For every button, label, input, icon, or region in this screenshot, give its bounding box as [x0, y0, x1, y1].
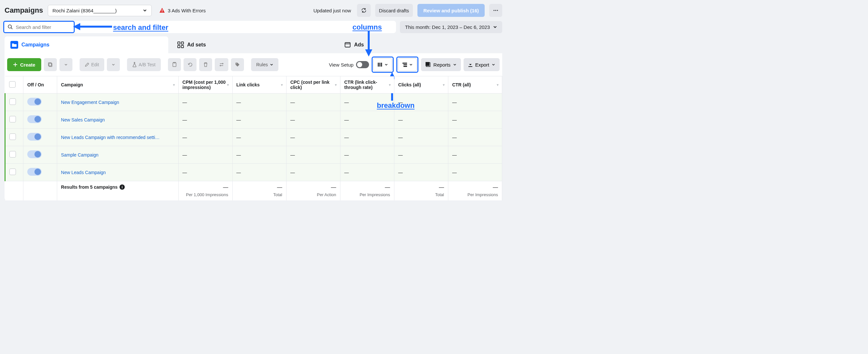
header-campaign[interactable]: Campaign▼	[57, 76, 178, 94]
search-input[interactable]	[16, 24, 70, 30]
search-highlight-box	[3, 21, 75, 33]
cell-linkclicks: —	[232, 129, 286, 146]
tab-adsets[interactable]: Ad sets	[172, 36, 335, 53]
trash-icon	[204, 62, 208, 67]
breakdown-button[interactable]	[398, 58, 417, 71]
plus-icon	[13, 62, 18, 67]
undo-button[interactable]	[184, 58, 196, 71]
export-csv-button[interactable]	[215, 58, 228, 71]
sort-icon[interactable]: ▼	[442, 83, 445, 87]
chevron-down-icon	[64, 63, 68, 66]
sort-icon[interactable]: ▼	[388, 83, 392, 87]
tab-ads[interactable]: Ads	[339, 36, 502, 53]
edit-button[interactable]: Edit	[80, 58, 104, 71]
main-panel: Create Edit A/B Test	[4, 53, 502, 200]
reports-button[interactable]: Reports	[421, 58, 461, 71]
refresh-button[interactable]	[357, 4, 371, 17]
row-checkbox[interactable]	[9, 151, 16, 158]
sort-icon[interactable]: ▼	[226, 83, 230, 87]
header-ctr[interactable]: CTR (link click-through rate)▼	[340, 76, 394, 94]
columns-button[interactable]	[373, 58, 392, 71]
sort-icon[interactable]: ▼	[334, 83, 338, 87]
sort-icon[interactable]: ▼	[496, 83, 499, 87]
table-row[interactable]: New Sales Campaign——————	[5, 111, 502, 129]
campaign-name-link[interactable]: Sample Campaign	[61, 152, 98, 158]
error-banner[interactable]: 3 Ads With Errors	[159, 7, 206, 13]
sort-icon[interactable]: ▼	[173, 83, 176, 87]
chevron-down-icon	[409, 63, 412, 66]
account-selector[interactable]: Rochi Zalani (8364________)	[48, 5, 152, 16]
updated-text: Updated just now	[313, 8, 351, 13]
breakdown-icon	[402, 62, 407, 67]
discard-drafts-button[interactable]: Discard drafts	[375, 4, 413, 17]
row-toggle[interactable]	[27, 150, 41, 158]
clipboard-button[interactable]	[168, 58, 181, 71]
cell-cpm: —	[178, 94, 232, 111]
row-toggle[interactable]	[27, 133, 41, 141]
table-row[interactable]: Sample Campaign——————	[5, 146, 502, 164]
info-icon[interactable]: i	[120, 185, 125, 190]
search-bar-container	[3, 21, 396, 33]
edit-dropdown[interactable]	[107, 58, 120, 71]
header-cpm[interactable]: CPM (cost per 1,000 impressions)▼	[178, 76, 232, 94]
row-checkbox[interactable]	[9, 168, 16, 175]
tab-campaigns[interactable]: Campaigns	[4, 36, 168, 53]
svg-rect-31	[403, 66, 407, 67]
table-row[interactable]: New Leads Campaign——————	[5, 164, 502, 181]
cell-ctr: —	[340, 146, 394, 164]
svg-point-2	[493, 10, 494, 11]
svg-rect-0	[162, 9, 162, 11]
rules-button[interactable]: Rules	[251, 58, 278, 71]
campaign-name-link[interactable]: New Leads Campaign	[61, 170, 106, 175]
cell-clicksall: —	[394, 164, 448, 181]
create-button[interactable]: Create	[7, 58, 41, 71]
table-row[interactable]: New Leads Campaign with recommended sett…	[5, 129, 502, 146]
sort-icon[interactable]: ▼	[280, 83, 284, 87]
chevron-down-icon	[112, 63, 115, 66]
campaign-name-link[interactable]: New Leads Campaign with recommended sett…	[61, 135, 159, 140]
footer-label-cell: Results from 5 campaignsi	[57, 181, 178, 201]
warning-icon	[159, 7, 165, 13]
row-toggle[interactable]	[27, 115, 41, 123]
header-clicksall[interactable]: Clicks (all)▼	[394, 76, 448, 94]
cell-linkclicks: —	[232, 164, 286, 181]
svg-rect-23	[173, 63, 176, 67]
cell-linkclicks: —	[232, 94, 286, 111]
chevron-down-icon	[270, 63, 273, 66]
export-button[interactable]: Export	[464, 58, 500, 71]
header-offon[interactable]: Off / On	[23, 76, 57, 94]
cell-cpc: —	[286, 129, 340, 146]
header-ctrall[interactable]: CTR (all)▼	[448, 76, 502, 94]
header-cpc[interactable]: CPC (cost per link click)▼	[286, 76, 340, 94]
date-range-button[interactable]: This month: Dec 1, 2023 – Dec 6, 2023	[400, 21, 502, 33]
select-all-checkbox[interactable]	[9, 81, 16, 88]
breakdown-highlight	[396, 57, 418, 73]
date-range-label: This month: Dec 1, 2023 – Dec 6, 2023	[405, 24, 490, 30]
row-toggle[interactable]	[27, 168, 41, 176]
view-setup-toggle[interactable]	[356, 61, 369, 68]
table-row[interactable]: New Engagement Campaign——————	[5, 94, 502, 111]
header-linkclicks[interactable]: Link clicks▼	[232, 76, 286, 94]
duplicate-dropdown[interactable]	[59, 58, 72, 71]
svg-rect-17	[345, 42, 350, 47]
svg-rect-30	[403, 64, 407, 65]
delete-button[interactable]	[199, 58, 212, 71]
row-checkbox[interactable]	[9, 116, 16, 123]
campaign-name-link[interactable]: New Sales Campaign	[61, 117, 105, 123]
svg-point-3	[495, 10, 496, 11]
cell-cpc: —	[286, 94, 340, 111]
row-toggle[interactable]	[27, 98, 41, 105]
campaign-name-link[interactable]: New Engagement Campaign	[61, 100, 119, 105]
svg-rect-1	[162, 11, 162, 12]
duplicate-button[interactable]	[44, 58, 57, 71]
abtest-button[interactable]: A/B Test	[127, 58, 161, 71]
more-menu-button[interactable]	[489, 4, 502, 17]
tag-button[interactable]	[231, 58, 244, 71]
review-publish-button[interactable]: Review and publish (16)	[417, 4, 485, 17]
header-checkbox	[5, 76, 23, 94]
row-checkbox[interactable]	[9, 98, 16, 105]
pencil-icon	[85, 62, 89, 67]
cell-cpc: —	[286, 111, 340, 129]
error-text: 3 Ads With Errors	[168, 8, 206, 13]
row-checkbox[interactable]	[9, 133, 16, 140]
